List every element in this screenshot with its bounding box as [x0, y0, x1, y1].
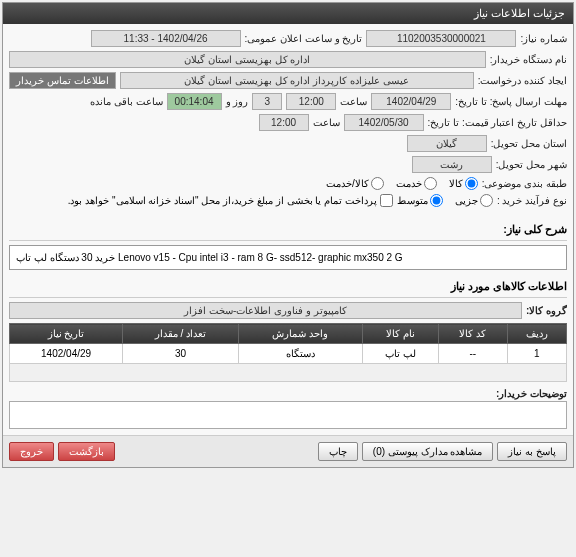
- contact-button[interactable]: اطلاعات تماس خریدار: [9, 72, 116, 89]
- row-group: گروه کالا: کامپیوتر و فناوری اطلاعات-سخت…: [9, 302, 567, 319]
- remain-time: 00:14:04: [167, 93, 222, 110]
- radio-service[interactable]: خدمت: [396, 177, 437, 190]
- summary-label: شرح کلی نیاز:: [9, 219, 567, 241]
- radio-service-input[interactable]: [424, 177, 437, 190]
- th-row: ردیف: [507, 324, 566, 344]
- radio-both-input[interactable]: [371, 177, 384, 190]
- days-value: 3: [252, 93, 282, 110]
- table-row[interactable]: 1 -- لپ تاپ دستگاه 30 1402/04/29: [10, 344, 567, 364]
- row-need-no: شماره نیاز: 1102003530000021 تاریخ و ساع…: [9, 30, 567, 47]
- reply-button[interactable]: پاسخ به نیاز: [497, 442, 567, 461]
- row-category: طبقه بندی موضوعی: کالا خدمت کالا/خدمت: [9, 177, 567, 190]
- creator-label: ایجاد کننده درخواست:: [478, 75, 567, 86]
- row-city: شهر محل تحویل: رشت: [9, 156, 567, 173]
- deadline-date: 1402/04/29: [371, 93, 451, 110]
- time-label-1: ساعت: [340, 96, 367, 107]
- need-no-label: شماره نیاز:: [520, 33, 567, 44]
- cell-name: لپ تاپ: [362, 344, 438, 364]
- items-table: ردیف کد کالا نام کالا واحد شمارش تعداد /…: [9, 323, 567, 382]
- remain-label: ساعت باقی مانده: [90, 96, 163, 107]
- days-label: روز و: [226, 96, 249, 107]
- radio-goods-input[interactable]: [465, 177, 478, 190]
- back-button[interactable]: بازگشت: [58, 442, 115, 461]
- radio-med-input[interactable]: [430, 194, 443, 207]
- cell-row: 1: [507, 344, 566, 364]
- group-label: گروه کالا:: [526, 305, 567, 316]
- buyer-label: نام دستگاه خریدار:: [490, 54, 567, 65]
- row-province: استان محل تحویل: گیلان: [9, 135, 567, 152]
- panel-title: جزئیات اطلاعات نیاز: [3, 3, 573, 24]
- radio-low-label: جزیی: [455, 195, 478, 206]
- th-qty: تعداد / مقدار: [123, 324, 239, 344]
- deadline-label: مهلت ارسال پاسخ: تا تاریخ:: [455, 96, 567, 107]
- cell-code: --: [439, 344, 508, 364]
- announce-value: 1402/04/26 - 11:33: [91, 30, 241, 47]
- table-empty-row: [10, 364, 567, 382]
- exit-button[interactable]: خروج: [9, 442, 54, 461]
- process-label: نوع فرآیند خرید :: [497, 195, 567, 206]
- row-buyer: نام دستگاه خریدار: اداره کل بهزیستی استا…: [9, 51, 567, 68]
- radio-low-input[interactable]: [480, 194, 493, 207]
- category-radios: کالا خدمت کالا/خدمت: [326, 177, 478, 190]
- row-deadline: مهلت ارسال پاسخ: تا تاریخ: 1402/04/29 سا…: [9, 93, 567, 110]
- payment-checkbox[interactable]: [380, 194, 393, 207]
- validity-time: 12:00: [259, 114, 309, 131]
- footer-buttons: پاسخ به نیاز مشاهده مدارک پیوستی (0) چاپ…: [3, 435, 573, 467]
- panel-body: شماره نیاز: 1102003530000021 تاریخ و ساع…: [3, 24, 573, 435]
- deadline-time: 12:00: [286, 93, 336, 110]
- payment-check[interactable]: پرداخت تمام یا بخشی از مبلغ خرید،از محل …: [68, 194, 393, 207]
- radio-goods[interactable]: کالا: [449, 177, 478, 190]
- time-label-2: ساعت: [313, 117, 340, 128]
- radio-both[interactable]: کالا/خدمت: [326, 177, 384, 190]
- validity-date: 1402/05/30: [344, 114, 424, 131]
- cell-date: 1402/04/29: [10, 344, 123, 364]
- attachments-button[interactable]: مشاهده مدارک پیوستی (0): [362, 442, 494, 461]
- comments-label: توضیحات خریدار:: [9, 388, 567, 399]
- radio-med-label: متوسط: [397, 195, 428, 206]
- print-button[interactable]: چاپ: [318, 442, 358, 461]
- category-label: طبقه بندی موضوعی:: [482, 178, 567, 189]
- th-name: نام کالا: [362, 324, 438, 344]
- row-creator: ایجاد کننده درخواست: عیسی علیزاده کارپرد…: [9, 72, 567, 89]
- radio-both-label: کالا/خدمت: [326, 178, 369, 189]
- row-validity: حداقل تاریخ اعتبار قیمت: تا تاریخ: 1402/…: [9, 114, 567, 131]
- th-code: کد کالا: [439, 324, 508, 344]
- radio-med[interactable]: متوسط: [397, 194, 443, 207]
- comments-area: [9, 401, 567, 429]
- buyer-value: اداره کل بهزیستی استان گیلان: [9, 51, 486, 68]
- validity-label: حداقل تاریخ اعتبار قیمت: تا تاریخ:: [428, 117, 567, 128]
- cell-qty: 30: [123, 344, 239, 364]
- radio-service-label: خدمت: [396, 178, 422, 189]
- main-panel: جزئیات اطلاعات نیاز شماره نیاز: 11020035…: [2, 2, 574, 468]
- need-no-value: 1102003530000021: [366, 30, 516, 47]
- th-unit: واحد شمارش: [238, 324, 362, 344]
- table-header-row: ردیف کد کالا نام کالا واحد شمارش تعداد /…: [10, 324, 567, 344]
- group-value: کامپیوتر و فناوری اطلاعات-سخت افزار: [9, 302, 522, 319]
- cell-unit: دستگاه: [238, 344, 362, 364]
- creator-value: عیسی علیزاده کارپرداز اداره کل بهزیستی ا…: [120, 72, 474, 89]
- row-process: نوع فرآیند خرید : جزیی متوسط پرداخت تمام…: [9, 194, 567, 207]
- announce-label: تاریخ و ساعت اعلان عمومی:: [245, 33, 363, 44]
- radio-goods-label: کالا: [449, 178, 463, 189]
- city-label: شهر محل تحویل:: [496, 159, 567, 170]
- radio-low[interactable]: جزیی: [455, 194, 493, 207]
- province-value: گیلان: [407, 135, 487, 152]
- payment-note: پرداخت تمام یا بخشی از مبلغ خرید،از محل …: [68, 195, 377, 206]
- summary-text: خرید 30 دستگاه لپ تاپ Lenovo v15 - Cpu i…: [9, 245, 567, 270]
- items-title: اطلاعات کالاهای مورد نیاز: [9, 276, 567, 298]
- th-date: تاریخ نیاز: [10, 324, 123, 344]
- process-radios: جزیی متوسط: [397, 194, 493, 207]
- city-value: رشت: [412, 156, 492, 173]
- province-label: استان محل تحویل:: [491, 138, 567, 149]
